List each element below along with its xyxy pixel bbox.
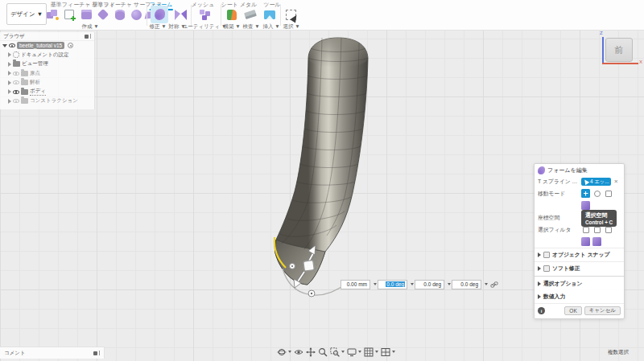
- browser-panel: ブラウザ beetle_tutorial v15 ドキュメントの設定 ビュー管理…: [0, 32, 95, 109]
- group-construct[interactable]: 構築 ▼: [223, 23, 240, 31]
- look-at-icon[interactable]: [294, 347, 303, 357]
- tree-item-label: ビュー管理: [22, 60, 48, 68]
- insert-image-icon[interactable]: [262, 7, 277, 22]
- grid-settings-icon[interactable]: [364, 347, 378, 357]
- collapse-arrow-icon[interactable]: [8, 89, 11, 94]
- transform-input-bar: 0.00 mm 0.0 deg 0.0 deg 0.0 deg: [341, 279, 498, 289]
- zoom-window-icon[interactable]: [330, 347, 345, 357]
- comment-panel[interactable]: コメント: [0, 347, 105, 359]
- dropdown-caret-icon[interactable]: [407, 283, 415, 285]
- panel-dock-icon[interactable]: [93, 351, 100, 355]
- section-numeric-input[interactable]: 数値入力: [535, 290, 624, 303]
- tree-root-row[interactable]: beetle_tutorial v15: [0, 41, 94, 51]
- collapse-arrow-icon[interactable]: [8, 80, 11, 85]
- selection-space-tooltip: 選択空間 Control + C: [581, 210, 617, 227]
- entity-selection-button[interactable]: 4 エッ...: [581, 178, 611, 186]
- soft-modify-icon: [543, 265, 550, 272]
- tree-item-construction[interactable]: コンストラクション: [0, 96, 94, 106]
- move-transform-all-icon[interactable]: [581, 201, 590, 210]
- tree-item-document-settings[interactable]: ドキュメントの設定: [0, 51, 94, 60]
- create-box-icon[interactable]: [79, 7, 93, 22]
- expand-icon[interactable]: [2, 44, 7, 47]
- info-icon[interactable]: i: [538, 307, 545, 314]
- clear-selection-icon[interactable]: ✕: [613, 178, 617, 185]
- pan-icon[interactable]: [306, 347, 316, 357]
- tree-item-label: 原点: [30, 70, 40, 77]
- collapse-arrow-icon[interactable]: [8, 99, 11, 104]
- object-snap-icon: [543, 252, 550, 258]
- display-settings-icon[interactable]: [347, 347, 361, 357]
- dropdown-caret-icon[interactable]: [370, 283, 378, 285]
- angle-input-2[interactable]: 0.0 deg: [415, 280, 444, 289]
- filter-tspline-icon[interactable]: [592, 237, 601, 246]
- move-translate-icon[interactable]: [581, 189, 590, 198]
- distance-input[interactable]: 0.00 mm: [341, 280, 370, 289]
- tspline-entity-label: T スプライン エンティ...: [538, 178, 581, 186]
- edit-form-icon[interactable]: [151, 6, 168, 23]
- selection-mode-status: 複数選択: [608, 349, 629, 356]
- visibility-eye-icon[interactable]: [13, 90, 19, 94]
- folder-icon: [21, 89, 28, 95]
- create-sketch-icon[interactable]: [62, 7, 76, 22]
- tree-item-view-management[interactable]: ビュー管理: [0, 59, 94, 69]
- browser-header[interactable]: ブラウザ: [0, 32, 94, 41]
- utilities-mesh-icon[interactable]: [198, 7, 213, 22]
- dialog-header[interactable]: フォームを編集: [535, 164, 624, 176]
- group-modify[interactable]: 修正 ▼: [149, 23, 166, 31]
- tree-item-analysis[interactable]: 解析: [0, 78, 94, 88]
- filter-body-icon[interactable]: [581, 237, 590, 246]
- visibility-eye-icon[interactable]: [9, 43, 15, 47]
- expand-arrow-icon: [538, 266, 541, 271]
- select-tool-icon[interactable]: [283, 7, 298, 22]
- section-selection-options[interactable]: 選択オプション: [535, 277, 624, 290]
- tree-item-bodies[interactable]: ボディ: [0, 88, 94, 97]
- flange-icon[interactable]: [225, 7, 239, 22]
- workspace-selector[interactable]: デザイン ▼: [6, 3, 47, 25]
- group-utilities[interactable]: ユーティリティ ▼: [183, 23, 227, 31]
- viewcube-z-axis: [602, 37, 604, 64]
- collapse-arrow-icon[interactable]: [8, 71, 11, 76]
- viewports-icon[interactable]: [381, 347, 395, 357]
- cursor-icon: [583, 178, 589, 185]
- comment-title: コメント: [4, 350, 26, 357]
- group-inspect[interactable]: 検査 ▼: [242, 23, 259, 31]
- dropdown-caret-icon[interactable]: [481, 283, 489, 285]
- section-soft-modify[interactable]: ソフト修正: [535, 261, 624, 275]
- dropdown-caret-icon[interactable]: [444, 283, 452, 285]
- link-values-icon[interactable]: [490, 281, 498, 289]
- symmetry-icon[interactable]: [170, 7, 184, 22]
- orbit-icon[interactable]: [277, 347, 291, 357]
- zoom-icon[interactable]: [318, 347, 328, 357]
- create-cylinder-icon[interactable]: [113, 7, 127, 22]
- visibility-eye-icon[interactable]: [13, 72, 19, 76]
- create-pyramid-icon[interactable]: [96, 7, 110, 22]
- ok-button[interactable]: OK: [564, 306, 581, 315]
- visibility-eye-icon[interactable]: [13, 80, 19, 84]
- inspect-ruler-icon[interactable]: [243, 7, 258, 22]
- move-scale-icon[interactable]: [604, 189, 613, 198]
- group-insert[interactable]: 挿入 ▼: [262, 23, 279, 31]
- collapse-arrow-icon[interactable]: [8, 52, 11, 57]
- activate-component-radio[interactable]: [68, 43, 73, 48]
- group-create[interactable]: 作成 ▼: [81, 23, 98, 31]
- tree-item-origin[interactable]: 原点: [0, 69, 94, 79]
- section-object-snap[interactable]: オブジェクト スナップ: [535, 248, 624, 261]
- collapse-arrow-icon[interactable]: [8, 62, 11, 67]
- move-rotate-icon[interactable]: [592, 189, 601, 198]
- tspline-tube-model[interactable]: [258, 32, 386, 314]
- new-component-icon[interactable]: [45, 7, 60, 22]
- create-sphere-icon[interactable]: [129, 7, 143, 22]
- x-axis-label: X: [639, 59, 642, 64]
- selection-filter-label: 選択フィルタ: [538, 226, 581, 234]
- edit-form-command-icon: [538, 166, 545, 174]
- folder-icon: [21, 71, 28, 76]
- group-select[interactable]: 選択 ▼: [283, 23, 299, 31]
- angle-input-3[interactable]: 0.0 deg: [452, 280, 481, 289]
- cancel-button[interactable]: キャンセル: [584, 306, 621, 315]
- viewcube[interactable]: 前: [605, 38, 633, 62]
- panel-dock-icon[interactable]: [85, 34, 91, 39]
- angle-input-1[interactable]: 0.0 deg: [378, 280, 407, 289]
- document-name[interactable]: beetle_tutorial v15: [17, 42, 64, 49]
- edit-form-dialog: フォームを編集 T スプライン エンティ... 4 エッ... ✕ 移動モード …: [534, 163, 625, 319]
- visibility-eye-icon[interactable]: [13, 99, 19, 103]
